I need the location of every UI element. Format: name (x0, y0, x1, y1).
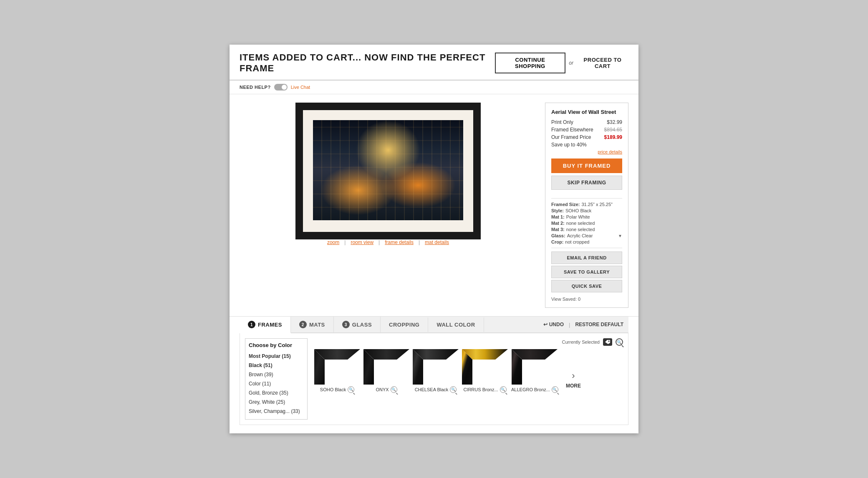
framed-size-value: 31.25" x 25.25" (581, 202, 612, 207)
mat-details-link[interactable]: mat details (425, 239, 449, 245)
onyx-label: ONYX (376, 387, 389, 392)
chelsea-label-row: CHELSEA Black 🔍 (415, 386, 457, 393)
mat3-label: Mat 3: (551, 227, 565, 232)
svg-rect-0 (313, 120, 463, 220)
framed-elsewhere-price: $894.65 (604, 127, 622, 133)
svg-rect-12 (313, 120, 463, 220)
cirrus-zoom[interactable]: 🔍 (500, 386, 507, 393)
soho-black-label: SOHO Black (320, 387, 346, 392)
soho-black-label-row: SOHO Black 🔍 (320, 386, 354, 393)
glass-label: Glass: (551, 233, 565, 238)
image-area: zoom | room view | frame details | mat d… (240, 103, 537, 308)
tab-cropping[interactable]: CROPPING (381, 317, 428, 332)
filter-color[interactable]: Color (11) (249, 379, 304, 388)
svg-rect-10 (383, 122, 389, 220)
undo-label: UNDO (549, 322, 564, 327)
tag-icon (603, 338, 612, 346)
crop-row: Crop: not cropped (551, 239, 622, 244)
undo-button[interactable]: ↩ UNDO (543, 322, 564, 327)
or-separator: or (569, 60, 573, 66)
print-only-label: Print Only (551, 119, 573, 125)
continue-shopping-button[interactable]: CONTINUE SHOPPING (495, 53, 566, 73)
image-links: zoom | room view | frame details | mat d… (327, 239, 449, 245)
framed-size-label: Framed Size: (551, 202, 580, 207)
filter-most-popular[interactable]: Most Popular (15) (249, 352, 304, 361)
mat2-row: Mat 2: none selected (551, 221, 622, 226)
tab-mats-number: 2 (299, 321, 307, 328)
allegro-zoom[interactable]: 🔍 (552, 386, 558, 393)
live-chat-link[interactable]: Live Chat (291, 85, 310, 90)
main-content: zoom | room view | frame details | mat d… (230, 94, 638, 316)
more-arrow-icon: › (572, 370, 575, 381)
divider2 (551, 248, 622, 248)
frame-thumb-cirrus[interactable]: CIRRUS Bronz... 🔍 (462, 349, 508, 393)
room-view-link[interactable]: room view (351, 239, 373, 245)
more-button[interactable]: › MORE (562, 366, 585, 393)
price-details-link[interactable]: price details (551, 149, 622, 154)
live-chat-toggle[interactable] (274, 84, 288, 91)
tab-glass[interactable]: 3 GLASS (334, 317, 381, 332)
tab-mats[interactable]: 2 MATS (291, 317, 334, 332)
tabs-right: ↩ UNDO | RESTORE DEFAULT (543, 322, 628, 328)
email-friend-button[interactable]: EMAIL A FRIEND (551, 252, 622, 264)
soho-black-zoom[interactable]: 🔍 (348, 386, 354, 393)
frame-details-link[interactable]: frame details (385, 239, 414, 245)
artwork-image (313, 120, 463, 220)
frame-thumb-chelsea[interactable]: CHELSEA Black 🔍 (413, 349, 459, 393)
page-wrapper: ITEMS ADDED TO CART... NOW FIND THE PERF… (230, 45, 638, 433)
zoom-link[interactable]: zoom (327, 239, 339, 245)
buy-framed-button[interactable]: BUY IT FRAMED (551, 158, 622, 173)
onyx-image (363, 349, 409, 385)
skip-framing-button[interactable]: SKIP FRAMING (551, 176, 622, 190)
mat1-value: Polar White (566, 214, 590, 219)
filter-silver-champagne[interactable]: Silver, Champag... (33) (249, 407, 304, 416)
svg-rect-6 (391, 124, 411, 220)
quick-save-button[interactable]: QUICK SAVE (551, 280, 622, 292)
color-filter-title: Choose by Color (249, 342, 304, 348)
save-text: Save up to 40% (551, 142, 622, 148)
help-bar: NEED HELP? Live Chat (230, 81, 638, 94)
frame-thumb-soho-black[interactable]: SOHO Black 🔍 (314, 349, 360, 393)
allegro-label: ALLEGRO Bronz... (511, 387, 550, 392)
our-framed-price: $189.99 (604, 134, 622, 140)
svg-rect-14 (313, 120, 463, 220)
proceed-to-cart-button[interactable]: PROCEED TO CART (577, 53, 628, 73)
header: ITEMS ADDED TO CART... NOW FIND THE PERF… (230, 45, 638, 81)
onyx-zoom[interactable]: 🔍 (391, 386, 397, 393)
tab-frames-number: 1 (248, 321, 255, 328)
cirrus-label: CIRRUS Bronz... (463, 387, 498, 392)
filter-grey-white[interactable]: Grey, White (25) (249, 397, 304, 407)
glass-dropdown-arrow[interactable]: ▼ (618, 234, 622, 238)
tab-frames[interactable]: 1 FRAMES (240, 317, 291, 333)
search-selected-icon[interactable]: 🔍 (616, 338, 623, 346)
currently-selected-label: Currently Selected (562, 340, 600, 345)
frame-thumb-onyx[interactable]: ONYX 🔍 (363, 349, 409, 393)
tab-wall-color[interactable]: WALL COLOR (428, 317, 484, 332)
svg-line-16 (338, 162, 396, 220)
mat2-value: none selected (566, 221, 595, 226)
mat1-label: Mat 1: (551, 214, 565, 219)
chelsea-zoom[interactable]: 🔍 (450, 386, 457, 393)
filter-gold-bronze[interactable]: Gold, Bronze (35) (249, 388, 304, 397)
cirrus-image (462, 349, 508, 385)
view-saved: View Saved: 0 (551, 297, 622, 302)
product-title: Aerial View of Wall Street (551, 109, 622, 115)
filter-black[interactable]: Black (51) (249, 361, 304, 370)
tabs-row: 1 FRAMES 2 MATS 3 GLASS CROPPING WALL CO… (240, 317, 628, 333)
frame-thumb-allegro[interactable]: ALLEGRO Bronz... 🔍 (511, 349, 558, 393)
svg-rect-5 (376, 141, 389, 220)
svg-rect-4 (358, 128, 375, 220)
svg-rect-7 (413, 145, 426, 220)
crop-value: not cropped (565, 239, 589, 244)
onyx-label-row: ONYX 🔍 (376, 386, 397, 393)
save-gallery-button[interactable]: SAVE TO GALLERY (551, 266, 622, 278)
style-label: Style: (551, 208, 564, 213)
our-price-label: Our Framed Price (551, 134, 591, 140)
more-label: MORE (566, 383, 581, 389)
restore-default-button[interactable]: RESTORE DEFAULT (575, 322, 623, 327)
framed-elsewhere-label: Framed Elsewhere (551, 127, 593, 133)
frame-outer (295, 103, 481, 239)
filter-brown[interactable]: Brown (39) (249, 370, 304, 379)
print-only-row: Print Only $32.99 (551, 119, 622, 125)
framed-size-row: Framed Size: 31.25" x 25.25" (551, 202, 622, 207)
